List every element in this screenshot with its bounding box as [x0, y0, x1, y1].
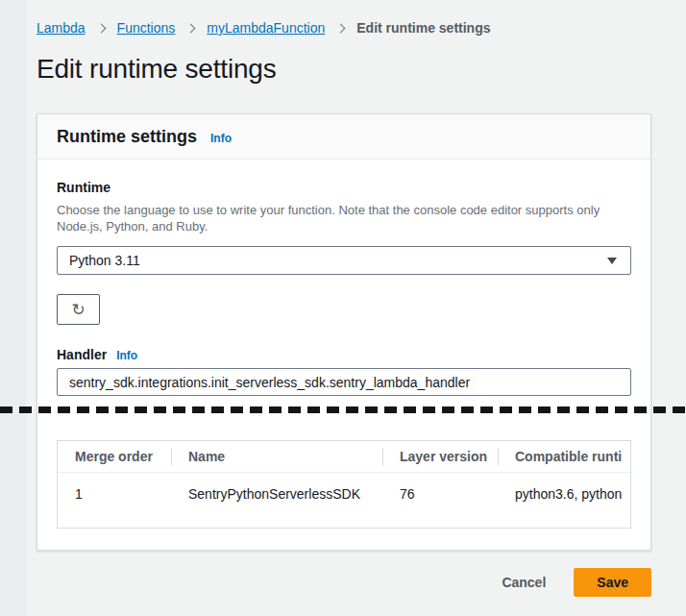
layers-table-header-row: Merge order Name Layer version Compatibl…	[58, 441, 630, 473]
breadcrumb-chevron-icon	[186, 23, 196, 33]
page-title: Edit runtime settings	[37, 54, 276, 85]
runtime-settings-panel: Runtime settings Info Runtime Choose the…	[37, 113, 651, 551]
runtime-select-value: Python 3.11	[69, 253, 140, 268]
handler-info-link[interactable]: Info	[116, 349, 137, 362]
table-row: 1 SentryPythonServerlessSDK 76 python3.6…	[58, 473, 630, 528]
handler-field-label: Handler	[57, 347, 107, 362]
breadcrumb-function-name-link[interactable]: myLambdaFunction	[207, 20, 325, 36]
cell-merge-order: 1	[58, 473, 171, 528]
column-header-merge-order: Merge order	[58, 441, 171, 472]
breadcrumb-lambda-link[interactable]: Lambda	[37, 20, 86, 36]
breadcrumb-current-page: Edit runtime settings	[356, 20, 490, 36]
footer-actions: Cancel Save	[502, 568, 651, 597]
layers-table: Merge order Name Layer version Compatibl…	[57, 440, 631, 529]
cancel-button[interactable]: Cancel	[502, 575, 546, 590]
column-header-compatible-runtimes: Compatible runti	[498, 441, 630, 472]
runtime-field-label: Runtime	[57, 180, 110, 195]
handler-input[interactable]	[57, 368, 631, 396]
panel-title: Runtime settings	[57, 127, 197, 147]
page-left-gutter	[0, 0, 26, 616]
dashed-cut-line	[0, 407, 686, 413]
breadcrumb-functions-link[interactable]: Functions	[117, 20, 176, 36]
save-button[interactable]: Save	[574, 568, 651, 597]
refresh-icon: ↻	[71, 302, 85, 318]
panel-info-link[interactable]: Info	[210, 132, 232, 145]
cell-compatible-runtimes: python3.6, python	[498, 473, 630, 528]
column-header-name: Name	[171, 441, 382, 472]
panel-header: Runtime settings Info	[37, 114, 650, 160]
cell-layer-name: SentryPythonServerlessSDK	[171, 473, 382, 528]
breadcrumb-chevron-icon	[336, 23, 346, 33]
handler-label-row: Handler Info	[57, 347, 631, 362]
runtime-select[interactable]: Python 3.11	[57, 246, 631, 275]
chevron-down-icon	[607, 258, 617, 264]
runtime-field-description: Choose the language to use to write your…	[57, 202, 635, 234]
breadcrumb-chevron-icon	[96, 23, 106, 33]
cell-layer-version: 76	[382, 473, 498, 528]
panel-body: Runtime Choose the language to use to wr…	[37, 160, 650, 550]
breadcrumb: Lambda Functions myLambdaFunction Edit r…	[37, 20, 490, 36]
column-header-layer-version: Layer version	[382, 441, 498, 472]
refresh-runtimes-button[interactable]: ↻	[57, 294, 100, 325]
